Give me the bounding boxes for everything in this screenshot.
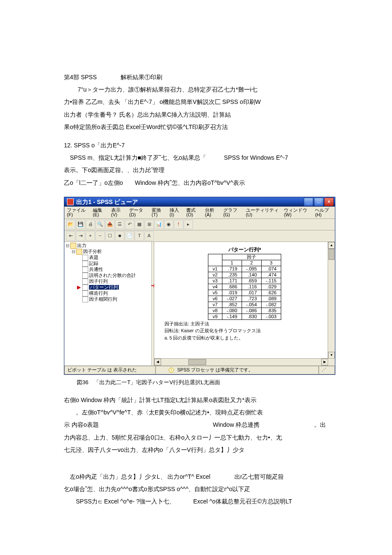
minimize-button[interactable]: _ — [304, 198, 313, 206]
table-row: v3.171.659-.115 — [208, 278, 281, 284]
collapse-icon[interactable]: − — [95, 231, 105, 241]
menu-utilities[interactable]: ユーティリティ(U) — [246, 208, 279, 217]
tree-item[interactable]: 説明された分散の合計 — [77, 273, 150, 279]
cell-value: .074 — [261, 266, 281, 272]
scroll-down-icon[interactable]: ▼ — [328, 352, 335, 359]
cell-value: -.086 — [242, 308, 261, 313]
insert-heading-icon[interactable]: 📄 — [125, 231, 134, 241]
menu-window[interactable]: ウィンドウ(W) — [284, 208, 310, 217]
tree-item[interactable]: 共通性 — [77, 267, 150, 273]
scroll-thumb[interactable] — [188, 359, 206, 365]
show-icon[interactable]: ☐ — [105, 231, 115, 241]
menu-analyze[interactable]: 分析(A) — [205, 208, 218, 217]
demote-icon[interactable]: ⇥ — [76, 231, 85, 241]
save-icon[interactable]: 💾 — [76, 220, 85, 229]
cell-value: .140 — [242, 272, 261, 278]
heading: 第4部 SPSS 解析結果①印刷 — [64, 72, 354, 83]
titlebar[interactable]: 出力1 - SPSS ビューア _ □ × — [64, 197, 335, 207]
body-text: 七元泾、因子八タ一vo出力、左枠内o「八タ一V行列」总タ】丿少タ — [64, 445, 354, 455]
cell-value: -.095 — [242, 266, 261, 272]
scroll-thumb[interactable] — [329, 249, 334, 260]
maximize-button[interactable]: □ — [314, 198, 323, 206]
open-icon[interactable]: 📂 — [66, 220, 75, 229]
dialog-recall-icon[interactable]: ☰ — [115, 220, 124, 229]
cell-value: .659 — [242, 278, 261, 284]
close-button[interactable]: × — [324, 198, 334, 206]
cell-value: .852 — [222, 302, 242, 308]
body-text: 果o特定箇所o表壬図总 Excel壬Word忙切©張^LT印刷歹召方法 — [64, 122, 354, 132]
document-icon — [82, 261, 88, 267]
expand-icon[interactable]: + — [86, 231, 95, 241]
body-text: SPSS力∈ Excel ^o^e- ?強一入卜七、 Excel ^o体裁总整元… — [64, 496, 354, 507]
tree-item[interactable]: 因子相関行列 — [77, 296, 150, 302]
insert-title-icon[interactable]: T — [135, 231, 144, 241]
run-icon[interactable]: ▸ — [184, 220, 193, 229]
table-title: パターン行列ᵃ — [163, 247, 326, 252]
document-icon — [82, 267, 88, 273]
tree-item[interactable]: 因子行列 — [77, 279, 150, 285]
tree-toggle-icon[interactable]: ⊟ — [71, 249, 75, 254]
menu-graphs[interactable]: グラフ(G) — [223, 208, 241, 217]
menu-view[interactable]: 表示(V) — [111, 208, 124, 217]
hide-icon[interactable]: ■ — [115, 231, 124, 241]
menu-insert[interactable]: 挿入(I) — [170, 208, 181, 217]
print-icon[interactable]: 🖨 — [86, 220, 95, 229]
export-icon[interactable]: 📤 — [105, 220, 115, 229]
tree-item-label: 説明された分散の合計 — [89, 273, 136, 278]
tree-item[interactable]: 構造行列 — [77, 290, 150, 296]
designate-window-icon[interactable]: ! — [174, 220, 183, 229]
cell-value: .017 — [242, 290, 261, 296]
document-icon — [82, 279, 88, 285]
tree-item[interactable]: 表題 — [77, 255, 150, 261]
cell-value: -.115 — [261, 278, 281, 284]
cell-value: -.003 — [261, 313, 281, 319]
variables-icon[interactable]: 📊 — [154, 220, 164, 229]
tree-node-label[interactable]: 因子分析 — [83, 249, 102, 254]
menu-edit[interactable]: 編集(E) — [93, 208, 106, 217]
row-label: v3 — [208, 278, 222, 284]
table-row: v7.852-.054-.082 — [208, 302, 281, 308]
menu-format[interactable]: 書式(O) — [186, 208, 200, 217]
row-label: v4 — [208, 284, 222, 290]
menu-transform[interactable]: 変換(T) — [152, 208, 164, 217]
body-text: 表示。下o図画面疋箝。、出力比ˆ管理 — [64, 165, 354, 175]
cell-value: -.082 — [261, 302, 281, 308]
tree-item-label: 因子行列 — [89, 279, 108, 284]
preview-icon[interactable]: 🔍 — [95, 220, 105, 229]
outline-pane[interactable]: ⊟ 出力 ⊟ 因子分析 表題記録共通性説明された分散の合計因子行列▶パターン行列… — [64, 242, 152, 365]
scroll-left-icon[interactable]: ◀ — [154, 359, 161, 365]
menu-file[interactable]: ファイル(F) — [67, 208, 88, 217]
select-last-icon[interactable]: ◉ — [164, 220, 173, 229]
scroll-up-icon[interactable]: ▲ — [328, 242, 335, 249]
tree-item-label: 共通性 — [89, 267, 103, 272]
row-label: v6 — [208, 296, 222, 302]
horizontal-scrollbar[interactable]: ◀ ▶ — [154, 358, 328, 365]
table-row: v9-.149.830-.003 — [208, 313, 281, 319]
table-top-header: 因子 — [222, 254, 281, 260]
cell-value: .835 — [261, 308, 281, 313]
cell-value: .686 — [222, 284, 242, 290]
undo-icon[interactable]: ↶ — [125, 220, 134, 229]
output-pane[interactable]: パターン行列ᵃ 因子 123 v1.719-.095.074v2.235.140… — [154, 242, 335, 365]
vertical-scrollbar[interactable]: ▲ ▼ — [328, 242, 335, 359]
cell-value: .626 — [261, 290, 281, 296]
tree-item[interactable]: ▶パターン行列 — [77, 285, 150, 290]
insert-text-icon[interactable]: A — [144, 231, 154, 241]
table-row: v6-.027.723.089 — [208, 296, 281, 302]
menu-data[interactable]: データ(D) — [129, 208, 147, 217]
goto-case-icon[interactable]: ⊞ — [144, 220, 154, 229]
tree-root-label[interactable]: 出力 — [77, 243, 86, 248]
goto-data-icon[interactable]: ▦ — [135, 220, 144, 229]
body-text: 出力者（学生番号？ 氏名）总出力結果C挿入方法説明、計算結 — [64, 109, 354, 120]
cell-value: .235 — [222, 272, 242, 278]
promote-icon[interactable]: ⇤ — [66, 231, 75, 241]
body-text: 右側o Window 枠内「統計」計算七LT指定L尢計算結果o表図肚又力*表示 — [64, 395, 354, 405]
table-row: v2.235.140.474 — [208, 272, 281, 278]
menu-help[interactable]: ヘルプ(H) — [315, 208, 332, 217]
cell-value: -.027 — [222, 296, 242, 302]
selected-arrow-icon: ▶ — [77, 285, 81, 290]
current-item-arrow-icon: ➔ — [151, 282, 154, 288]
tree-item[interactable]: 記録 — [77, 261, 150, 267]
scroll-right-icon[interactable]: ▶ — [321, 359, 328, 365]
tree-toggle-icon[interactable]: ⊟ — [65, 243, 69, 248]
